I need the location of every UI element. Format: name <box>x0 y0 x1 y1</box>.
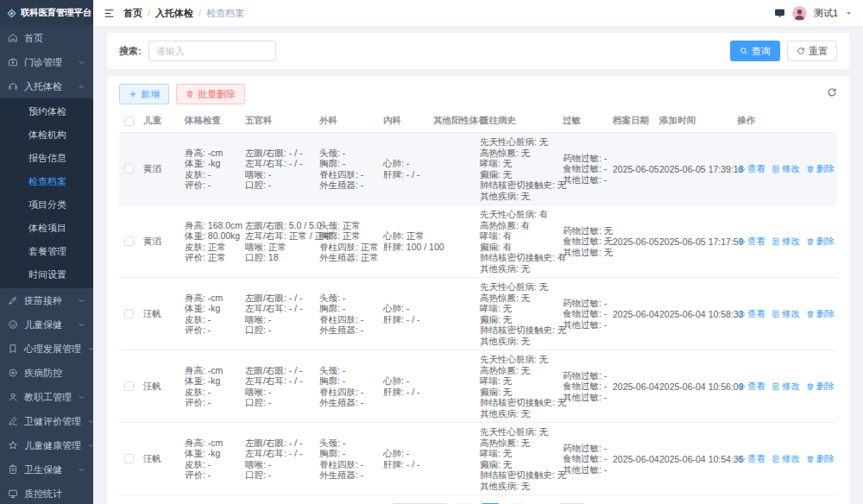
allergy-cell: 药物过敏: -食物过敏: -其他过敏: - <box>563 370 613 403</box>
cell-line: 高热惊厥: 无 <box>480 365 563 376</box>
row-checkbox[interactable] <box>124 309 134 318</box>
batch-delete-button[interactable]: 批量删除 <box>176 84 245 104</box>
sidebar-item[interactable]: 心理发展管理 <box>0 337 93 361</box>
view-action[interactable]: 查看 <box>737 381 765 393</box>
cell-line: 其他疾病: 无 <box>480 336 563 347</box>
avatar[interactable] <box>792 6 807 21</box>
sidebar-subitem[interactable]: 项目分类 <box>0 193 93 217</box>
cell-line: 癫痫: 无 <box>480 387 563 398</box>
sidebar-item[interactable]: 儿童保健 <box>0 312 93 337</box>
cell-line: 体重: -kg <box>185 158 245 169</box>
physical-exam-cell: 身高: -cm体重: -kg皮肤: -评价: - <box>185 438 245 481</box>
delete-action[interactable]: 删除 <box>806 453 835 465</box>
edit-action[interactable]: 修改 <box>772 381 800 393</box>
cell-line: 身高: -cm <box>185 148 245 159</box>
child-name: 黄滔 <box>143 236 185 248</box>
sidebar-subitem[interactable]: 预约体检 <box>0 100 93 123</box>
row-checkbox[interactable] <box>124 164 134 173</box>
cell-line: 其他过敏: - <box>563 464 613 476</box>
sidebar-item-label: 教职工管理 <box>24 391 72 404</box>
row-checkbox[interactable] <box>124 236 134 246</box>
cell-line: 其他疾病: 无 <box>480 263 563 274</box>
table-row: 汪帆身高: -cm体重: -kg皮肤: -评价: -左眼/右眼: - / -左耳… <box>119 278 837 350</box>
home-icon <box>8 33 18 43</box>
cell-line: 癫痫: 无 <box>480 169 563 180</box>
sidebar-item[interactable]: 卫健评价管理 <box>0 409 93 433</box>
sidebar-subitem[interactable]: 套餐管理 <box>0 240 93 263</box>
sidebar-item[interactable]: 质控统计 <box>0 482 93 504</box>
sidebar-item-label: 心理发展管理 <box>24 343 81 356</box>
allergy-cell: 药物过敏: -食物过敏: -其他过敏: - <box>563 443 613 476</box>
cell-line: 肝脾: - / - <box>383 387 433 398</box>
actions-cell: 查看修改删除 <box>737 163 837 175</box>
action-label: 查看 <box>747 453 765 465</box>
view-action[interactable]: 查看 <box>737 236 765 248</box>
cell-line: 肺结核密切接触史: 无 <box>480 324 563 336</box>
view-action[interactable]: 查看 <box>737 308 765 320</box>
sidebar-collapse-icon[interactable] <box>104 8 115 19</box>
cell-line: 咽喉: - <box>245 459 319 470</box>
sidebar-subitem[interactable]: 时间设置 <box>0 263 93 287</box>
add-button[interactable]: 新增 <box>119 84 169 104</box>
breadcrumb-item[interactable]: 首页 <box>123 7 142 20</box>
message-icon[interactable] <box>774 8 785 19</box>
cell-line: 其他过敏: - <box>563 174 613 186</box>
logo-diamond-icon <box>6 8 17 19</box>
cell-line: 身高: 168.0cm <box>185 220 245 231</box>
facial-exam-cell: 左眼/右眼: - / -左耳/右耳: - / -咽喉: -口腔: - <box>245 365 319 408</box>
delete-action[interactable]: 删除 <box>806 236 835 248</box>
sidebar-subitem[interactable]: 检查档案 <box>0 170 93 193</box>
search-input[interactable] <box>148 41 276 61</box>
cell-line: 哮喘: 无 <box>480 375 563 387</box>
sidebar-subitem[interactable]: 体检项目 <box>0 217 93 240</box>
plus-icon <box>129 90 137 98</box>
sidebar-item[interactable]: 门诊管理 <box>0 50 93 74</box>
breadcrumb-item[interactable]: 入托体检 <box>155 7 193 20</box>
internal-exam-cell: 心肺: 正常肝脾: 100 / 100 <box>383 230 433 252</box>
sidebar-item[interactable]: 疾病防控 <box>0 361 93 385</box>
select-all-checkbox[interactable] <box>124 117 134 126</box>
row-checkbox[interactable] <box>124 454 134 463</box>
sidebar-item[interactable]: 卫生保健 <box>0 457 93 482</box>
cell-line: 心肺: - <box>383 375 433 387</box>
edit-action[interactable]: 修改 <box>772 236 800 248</box>
sidebar-item-label: 门诊管理 <box>24 56 62 69</box>
row-checkbox[interactable] <box>124 381 134 391</box>
edit-action[interactable]: 修改 <box>772 163 800 175</box>
cell-line: 咽喉: - <box>245 169 319 180</box>
edit-action[interactable]: 修改 <box>772 308 800 320</box>
sidebar-item[interactable]: 教职工管理 <box>0 385 93 409</box>
cell-line: 左眼/右眼: - / - <box>245 293 319 304</box>
sidebar-subitem[interactable]: 报告信息 <box>0 147 93 170</box>
sidebar-item[interactable]: 疫苗接种 <box>0 288 93 312</box>
sidebar-item-label: 首页 <box>24 32 43 45</box>
cell-line: 高热惊厥: 无 <box>480 438 563 449</box>
chevron-down-icon <box>87 345 93 353</box>
edit-action[interactable]: 修改 <box>772 453 800 465</box>
search-actions: 查询 重置 <box>730 41 837 61</box>
delete-action[interactable]: 删除 <box>806 381 835 393</box>
cell-line: 脊柱四肢: - <box>319 387 383 398</box>
sidebar-item[interactable]: 入托体检 <box>0 74 93 98</box>
cell-line: 食物过敏: - <box>563 453 613 464</box>
child-name: 汪帆 <box>143 381 185 393</box>
delete-action[interactable]: 删除 <box>806 163 835 175</box>
username[interactable]: 测试1 <box>814 7 838 20</box>
cell-line: 评价: - <box>185 324 245 336</box>
query-button[interactable]: 查询 <box>730 41 780 61</box>
view-action[interactable]: 查看 <box>737 163 765 175</box>
chevron-down-icon <box>87 442 93 450</box>
chevron-down-icon[interactable] <box>845 9 853 17</box>
view-action[interactable]: 查看 <box>737 453 765 465</box>
facial-exam-cell: 左眼/右眼: - / -左耳/右耳: - / -咽喉: -口腔: - <box>245 438 319 481</box>
sidebar-item[interactable]: 首页 <box>0 26 93 50</box>
sidebar-subitem[interactable]: 体检机构 <box>0 123 93 147</box>
edit-icon <box>772 455 780 463</box>
cell-line: 肝脾: - / - <box>383 314 433 325</box>
reset-button[interactable]: 重置 <box>787 41 837 61</box>
sidebar-item[interactable]: 儿童健康管理 <box>0 433 93 457</box>
table-refresh-icon[interactable] <box>827 87 837 98</box>
chevron-down-icon <box>78 466 85 474</box>
delete-action[interactable]: 删除 <box>806 308 835 320</box>
cell-line: 脊柱四肢: - <box>319 314 383 325</box>
